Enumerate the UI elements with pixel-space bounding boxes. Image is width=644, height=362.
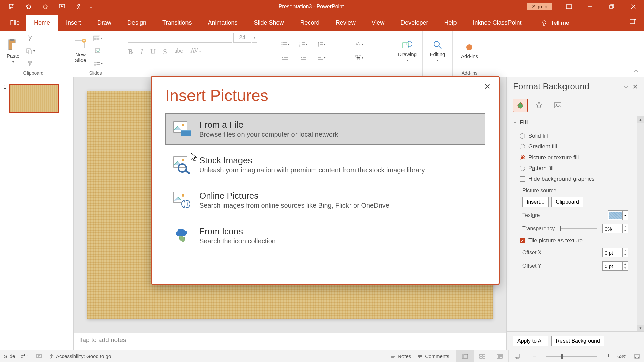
save-button[interactable]: [3, 0, 20, 13]
pattern-fill-radio[interactable]: Pattern fill: [520, 163, 631, 174]
strikethrough-button[interactable]: abc: [174, 47, 183, 56]
transparency-slider[interactable]: [560, 228, 597, 229]
addins-button[interactable]: Add-ins: [458, 41, 481, 60]
tab-view[interactable]: View: [364, 15, 393, 31]
tell-me-search[interactable]: Tell me: [533, 15, 577, 31]
maximize-button[interactable]: [601, 0, 623, 13]
text-direction-button[interactable]: ↓A▾: [353, 40, 365, 49]
share-button[interactable]: [629, 18, 637, 26]
tab-transitions[interactable]: Transitions: [154, 15, 200, 31]
fill-section-header[interactable]: Fill: [507, 116, 637, 129]
ribbon-display-options-button[interactable]: [558, 0, 580, 13]
slide-sorter-button[interactable]: [474, 350, 491, 362]
normal-view-button[interactable]: [456, 350, 474, 362]
qat-customize-button[interactable]: [87, 0, 95, 13]
fill-category-icon[interactable]: [513, 99, 528, 112]
paste-button[interactable]: Paste ▾: [4, 37, 22, 65]
transparency-spinner[interactable]: 0%▲▼: [602, 224, 628, 233]
tab-classpoint[interactable]: Inknoe ClassPoint: [465, 15, 529, 31]
reading-view-button[interactable]: [491, 350, 508, 362]
section-button[interactable]: ▾: [93, 60, 103, 68]
pane-scrollbar[interactable]: ▲ ▼: [637, 116, 644, 331]
zoom-level[interactable]: 63%: [617, 353, 627, 359]
zoom-in-button[interactable]: +: [607, 353, 610, 360]
svg-point-22: [281, 42, 282, 43]
bullets-button[interactable]: ▾: [279, 40, 291, 49]
tab-draw[interactable]: Draw: [89, 15, 119, 31]
tab-file[interactable]: File: [4, 15, 26, 31]
tab-design[interactable]: Design: [119, 15, 154, 31]
slide-thumbnail-1[interactable]: [9, 84, 59, 113]
bold-button[interactable]: B: [128, 47, 133, 56]
gradient-fill-radio[interactable]: Gradient fill: [520, 141, 631, 152]
reset-background-button[interactable]: Reset Background: [551, 336, 604, 346]
scroll-up-button[interactable]: ▲: [637, 116, 644, 123]
tab-review[interactable]: Review: [328, 15, 364, 31]
numbering-button[interactable]: 123▾: [297, 40, 309, 49]
align-button[interactable]: ▾: [315, 53, 327, 62]
line-spacing-button[interactable]: ▾: [315, 40, 327, 49]
fit-to-window-button[interactable]: [634, 354, 640, 359]
tab-record[interactable]: Record: [292, 15, 328, 31]
language-button[interactable]: [36, 354, 42, 359]
undo-button[interactable]: [20, 0, 37, 13]
font-size-dropdown[interactable]: ▾: [252, 33, 257, 43]
picture-fill-radio[interactable]: Picture or texture fill: [520, 152, 631, 163]
tab-developer[interactable]: Developer: [392, 15, 436, 31]
offset-y-spinner[interactable]: 0 pt▲▼: [602, 261, 628, 271]
tab-help[interactable]: Help: [436, 15, 465, 31]
cut-button[interactable]: [25, 34, 35, 42]
reset-button[interactable]: [93, 47, 103, 55]
notes-toggle[interactable]: Notes: [390, 353, 411, 359]
scroll-down-button[interactable]: ▼: [637, 325, 644, 331]
accessibility-status[interactable]: Accessibility: Good to go: [49, 353, 111, 359]
redo-button[interactable]: [37, 0, 54, 13]
copy-button[interactable]: ▾: [25, 47, 35, 55]
insert-picture-button[interactable]: Insert...: [522, 197, 549, 207]
shadow-button[interactable]: S: [163, 47, 167, 56]
char-spacing-button[interactable]: AV↔: [190, 47, 202, 56]
apply-to-all-button[interactable]: Apply to All: [513, 336, 548, 346]
font-name-select[interactable]: [128, 33, 232, 43]
new-slide-button[interactable]: New Slide: [71, 37, 90, 64]
touch-mode-button[interactable]: [70, 0, 87, 13]
minimize-button[interactable]: [580, 0, 601, 13]
tab-slide-show[interactable]: Slide Show: [246, 15, 292, 31]
notes-pane[interactable]: Tap to add notes: [74, 333, 506, 350]
close-button[interactable]: [623, 0, 644, 13]
drawing-button[interactable]: Drawing ▾: [395, 39, 419, 63]
clipboard-picture-button[interactable]: Clipboard: [551, 197, 583, 207]
slide-canvas[interactable]: [74, 77, 506, 333]
editing-button[interactable]: Editing ▾: [427, 39, 448, 63]
zoom-slider[interactable]: [546, 356, 597, 357]
tab-insert[interactable]: Insert: [58, 15, 89, 31]
decrease-indent-button[interactable]: [279, 53, 291, 62]
italic-button[interactable]: I: [141, 47, 143, 56]
start-from-beginning-button[interactable]: [54, 0, 70, 13]
slideshow-view-button[interactable]: [508, 350, 526, 362]
tab-animations[interactable]: Animations: [200, 15, 246, 31]
collapse-ribbon-button[interactable]: [633, 68, 639, 74]
tab-home[interactable]: Home: [26, 15, 58, 31]
font-size-select[interactable]: 24: [233, 33, 251, 43]
hide-bg-checkbox[interactable]: Hide background graphics: [520, 174, 631, 184]
smartart-button[interactable]: ▾: [353, 53, 365, 62]
comments-toggle[interactable]: Comments: [418, 353, 449, 359]
solid-fill-radio[interactable]: Solid fill: [520, 131, 631, 141]
format-painter-button[interactable]: [25, 60, 35, 68]
increase-indent-button[interactable]: [297, 53, 309, 62]
texture-select[interactable]: ▾: [608, 210, 628, 220]
pane-options-button[interactable]: [624, 84, 628, 90]
tile-checkbox[interactable]: Tile picture as texture: [520, 235, 631, 246]
slide-count[interactable]: Slide 1 of 1: [4, 353, 29, 359]
svg-rect-42: [480, 354, 482, 356]
layout-button[interactable]: ▾: [93, 34, 103, 42]
picture-category-icon[interactable]: [550, 99, 565, 112]
slide[interactable]: [87, 91, 493, 319]
pane-close-button[interactable]: ✕: [632, 83, 638, 91]
zoom-out-button[interactable]: −: [533, 352, 537, 360]
sign-in-button[interactable]: Sign in: [527, 3, 552, 10]
underline-button[interactable]: U: [150, 47, 156, 56]
offset-x-spinner[interactable]: 0 pt▲▼: [602, 248, 628, 257]
effects-category-icon[interactable]: [532, 99, 546, 112]
